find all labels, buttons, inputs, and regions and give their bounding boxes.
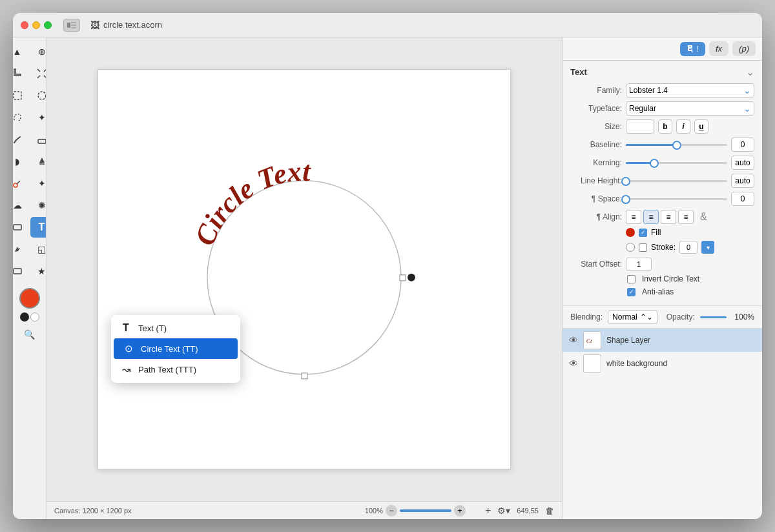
status-bar: Canvas: 1200 × 1200 px 100% − + + ⚙▾ 649… <box>46 501 562 519</box>
pen-tool[interactable] <box>13 239 29 260</box>
italic-button[interactable]: i <box>676 119 690 134</box>
line-height-input[interactable] <box>731 174 754 188</box>
invert-row: Invert Circle Text <box>627 274 754 283</box>
align-link-icon[interactable]: & <box>700 211 707 223</box>
layers-section: 👁 Ct Shape Layer 👁 white background <box>563 329 762 519</box>
text-option[interactable]: T Text (T) <box>111 318 240 338</box>
opacity-slider[interactable] <box>700 316 727 318</box>
svg-rect-9 <box>14 269 21 274</box>
cloud-tool[interactable]: ☁ <box>13 195 29 216</box>
baseline-slider[interactable] <box>626 144 727 146</box>
maximize-button[interactable] <box>44 21 52 29</box>
fill-row: ✓ Fill <box>570 228 754 237</box>
baseline-input[interactable] <box>731 138 754 152</box>
kerning-input[interactable] <box>731 156 754 170</box>
magic-wand-tool[interactable]: ✦ <box>30 107 47 128</box>
zoom-controls: 100% − + <box>365 505 466 517</box>
text-option-label: Text (T) <box>138 323 167 333</box>
shape-tool[interactable] <box>13 261 29 281</box>
eyedropper-tool[interactable] <box>13 173 29 194</box>
rect-select-tool[interactable] <box>13 85 29 106</box>
arrow-tool[interactable]: ▲ <box>13 41 29 62</box>
layer-row[interactable]: 👁 Ct Shape Layer <box>563 329 762 352</box>
typeface-select[interactable]: Regular ⌄ <box>626 101 754 116</box>
rect-tool[interactable] <box>13 217 29 238</box>
star-tool[interactable]: ★ <box>30 261 47 281</box>
settings-button[interactable]: ⚙▾ <box>497 506 510 516</box>
space-input[interactable] <box>731 192 754 206</box>
zoom-tool[interactable]: ⊕ <box>30 41 47 62</box>
fill-tool[interactable] <box>30 151 47 172</box>
canvas[interactable]: Circle Text <box>98 69 511 469</box>
fill-color-swatch[interactable] <box>626 228 635 237</box>
svg-rect-8 <box>14 225 21 230</box>
align-center-button[interactable]: ≡ <box>643 210 659 224</box>
sun-tool[interactable]: ✺ <box>30 195 47 216</box>
zoom-slider[interactable] <box>400 509 451 512</box>
transform-tool[interactable] <box>30 63 47 84</box>
blending-select[interactable]: Normal ⌃⌄ <box>608 310 657 324</box>
close-button[interactable] <box>21 21 28 29</box>
p-tab[interactable]: (p) <box>732 41 756 56</box>
zoom-out-button[interactable]: − <box>386 505 397 517</box>
svg-text:Circle Text: Circle Text <box>189 156 312 251</box>
fill-checkbox[interactable]: ✓ <box>639 229 647 237</box>
svg-point-5 <box>38 92 46 99</box>
invert-checkbox[interactable] <box>627 275 636 283</box>
antialias-checkbox[interactable]: ✓ <box>627 288 636 296</box>
stroke-color-swatch[interactable] <box>626 243 635 252</box>
mask-tool[interactable]: ◱ <box>30 239 47 260</box>
zoom-in-button[interactable]: + <box>454 505 466 517</box>
size-input[interactable]: 144 <box>626 119 654 134</box>
text-properties-section: Text ⌄ Family: Lobster 1.4 ⌄ Typeface: R… <box>563 61 762 306</box>
text-section-title: Text <box>570 67 587 77</box>
stroke-checkbox[interactable] <box>639 243 647 252</box>
layer-row[interactable]: 👁 white background <box>563 352 762 375</box>
text-section-collapse[interactable]: ⌄ <box>746 66 754 78</box>
lasso-tool[interactable] <box>13 107 29 128</box>
eraser-tool[interactable] <box>30 129 47 150</box>
circle-text-option[interactable]: ⊙ Circle Text (TT) <box>114 338 238 359</box>
path-text-option[interactable]: ↝ Path Text (TTT) <box>111 359 240 380</box>
layer-visibility-icon[interactable]: 👁 <box>569 358 578 369</box>
crop-tool[interactable] <box>13 63 29 84</box>
fill-label: Fill <box>651 228 661 237</box>
delete-layer-button[interactable]: 🗑 <box>545 506 554 516</box>
minimize-button[interactable] <box>32 21 40 29</box>
magnifier-tool[interactable]: 🔍 <box>18 324 41 345</box>
align-right-button[interactable]: ≡ <box>661 210 676 224</box>
typeface-label: Typeface: <box>570 104 622 113</box>
align-label: ¶ Align: <box>570 212 622 221</box>
underline-button[interactable]: u <box>694 119 708 134</box>
app-window: 🖼 circle text.acorn ▲ ⊕ <box>13 13 762 519</box>
bold-button[interactable]: b <box>658 119 672 134</box>
tool-tab[interactable]: ! <box>680 42 705 56</box>
svg-rect-1 <box>71 22 76 23</box>
stroke-dropdown[interactable]: ▾ <box>701 241 714 254</box>
start-offset-input[interactable] <box>626 258 652 271</box>
black-color[interactable] <box>20 312 29 322</box>
text-tool[interactable]: T <box>30 217 47 238</box>
coordinates: 649,55 <box>517 507 539 515</box>
start-offset-row: Start Offset: <box>570 258 754 271</box>
align-justify-button[interactable]: ≡ <box>678 210 694 224</box>
brush-tool[interactable] <box>13 129 29 150</box>
space-slider[interactable] <box>626 198 727 200</box>
foreground-color[interactable] <box>19 288 40 309</box>
align-left-button[interactable]: ≡ <box>626 210 641 224</box>
right-panel: ! fx (p) Text ⌄ Family: Lobster 1.4 ⌄ <box>562 37 762 519</box>
fx-tab[interactable]: fx <box>709 41 728 56</box>
line-height-slider[interactable] <box>626 180 727 182</box>
white-color[interactable] <box>30 312 39 322</box>
family-select[interactable]: Lobster 1.4 ⌄ <box>626 83 754 97</box>
sidebar-toggle-button[interactable] <box>63 19 80 32</box>
layer-visibility-icon[interactable]: 👁 <box>569 335 578 345</box>
add-layer-button[interactable]: + <box>485 505 491 517</box>
gradient-tool[interactable]: ◗ <box>13 151 29 172</box>
stamp-tool[interactable]: ✦ <box>30 173 47 194</box>
circle-text-option-icon: ⊙ <box>123 343 134 354</box>
stroke-width-input[interactable] <box>679 241 698 254</box>
line-height-label: Line Height: <box>570 176 622 185</box>
ellipse-select-tool[interactable] <box>30 85 47 106</box>
kerning-slider[interactable] <box>626 162 727 164</box>
